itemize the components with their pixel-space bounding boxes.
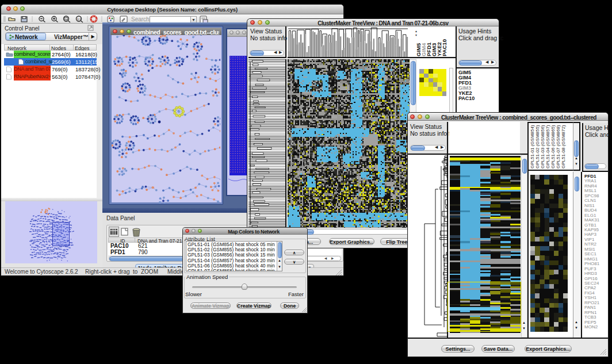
svg-text:GPL51-03 (GSM856): GPL51-03 (GSM856) (540, 125, 545, 168)
svg-text:GPL51-04 (GSM857): GPL51-04 (GSM857) (545, 125, 550, 168)
svg-text:PAC10: PAC10 (441, 39, 447, 56)
svg-text:GPL51-02 (GSM855): GPL51-02 (GSM855) (535, 125, 540, 168)
svg-text:GPL51-06 (GSM865): GPL51-06 (GSM865) (550, 125, 556, 168)
svg-text:GPL51-01 (GSM854): GPL51-01 (GSM854) (530, 125, 535, 168)
svg-text:GPL51-07 (GSM868): GPL51-07 (GSM868) (556, 125, 561, 168)
svg-text:1:1: 1:1 (77, 17, 81, 21)
svg-text:GPL51-08 (GSM872): GPL51-08 (GSM872) (561, 125, 566, 168)
